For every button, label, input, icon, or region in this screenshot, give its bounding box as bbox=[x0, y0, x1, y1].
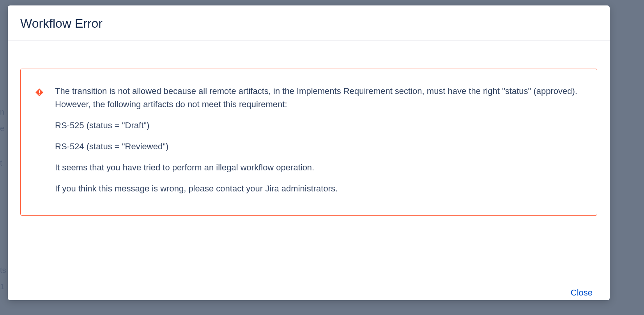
backdrop-text: t bbox=[0, 159, 2, 168]
workflow-error-dialog: Workflow Error The transition is not all… bbox=[8, 5, 610, 300]
backdrop-text: n bbox=[0, 108, 4, 117]
error-intro-text: The transition is not allowed because al… bbox=[55, 85, 578, 111]
dialog-title: Workflow Error bbox=[20, 16, 597, 31]
backdrop-text: ts bbox=[0, 266, 6, 275]
backdrop-text: 1 bbox=[0, 282, 4, 291]
error-content: The transition is not allowed because al… bbox=[55, 85, 578, 196]
error-illegal-op-text: It seems that you have tried to perform … bbox=[55, 161, 578, 174]
error-icon bbox=[35, 88, 44, 97]
error-message-box: The transition is not allowed because al… bbox=[20, 69, 597, 216]
artifact-item: RS-524 (status = "Reviewed") bbox=[55, 140, 578, 153]
close-button[interactable]: Close bbox=[568, 286, 596, 299]
error-contact-admin-text: If you think this message is wrong, plea… bbox=[55, 182, 578, 195]
dialog-footer: Close bbox=[8, 279, 610, 300]
svg-rect-0 bbox=[39, 90, 40, 93]
backdrop-text: e bbox=[0, 124, 4, 133]
artifact-item: RS-525 (status = "Draft") bbox=[55, 119, 578, 132]
dialog-header: Workflow Error bbox=[8, 5, 610, 41]
dialog-body: The transition is not allowed because al… bbox=[8, 41, 610, 279]
svg-point-1 bbox=[39, 94, 40, 95]
